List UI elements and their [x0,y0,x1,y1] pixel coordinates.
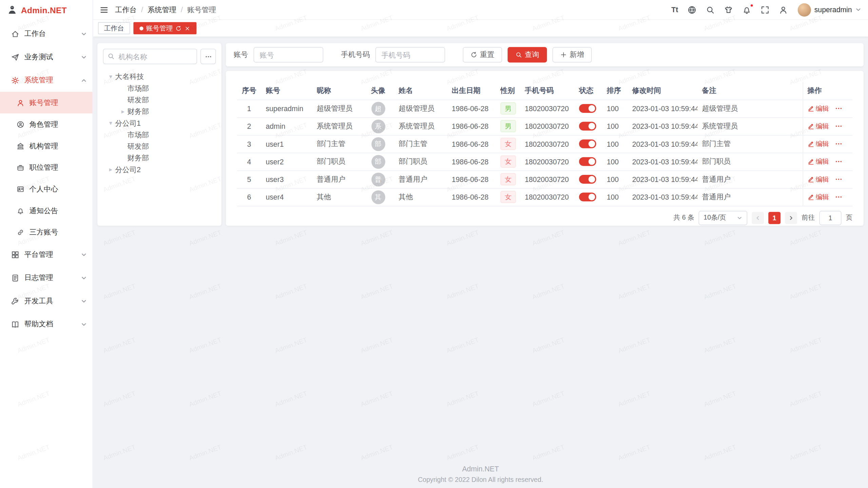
breadcrumb-item: 账号管理 [187,5,216,15]
page-size-select[interactable]: 10条/页 [698,210,747,225]
cell-account: admin [261,117,312,135]
sidebar-item-third-party-account[interactable]: 三方账号 [0,221,93,243]
font-size-icon[interactable]: Tt [671,5,678,14]
edit-button[interactable]: 编辑 [807,175,829,184]
sidebar-item-log-mgmt[interactable]: 日志管理 [0,266,93,289]
caret-right-icon[interactable]: ▸ [106,166,115,173]
user-icon[interactable] [779,5,788,14]
tool-icon [11,297,19,305]
edit-button[interactable]: 编辑 [807,192,829,202]
phone-filter-label: 手机号码 [341,50,370,60]
user-menu[interactable]: superadmin [798,3,862,16]
fullscreen-icon[interactable] [761,5,769,14]
status-toggle[interactable] [579,193,596,202]
breadcrumb-item[interactable]: 工作台 [115,5,137,15]
tab-0[interactable]: 工作台 [98,22,130,34]
notification-badge [750,4,753,7]
sidebar-item-org-mgmt[interactable]: 机构管理 [0,135,93,157]
reset-label: 重置 [480,50,494,60]
page-1-button[interactable]: 1 [768,211,781,224]
sidebar-item-business-test[interactable]: 业务测试 [0,45,93,69]
menu-label: 机构管理 [29,141,87,151]
hamburger-menu-icon[interactable] [100,5,108,14]
org-search-input[interactable] [103,49,197,64]
sidebar-item-workbench[interactable]: 工作台 [0,22,93,45]
sidebar-item-role-mgmt[interactable]: 角色管理 [0,114,93,135]
next-page-button[interactable] [785,211,797,224]
column-header: 性别 [496,82,520,100]
main-area: 工作台/系统管理/账号管理 Tt superadmin 工作台账号管理 [93,0,868,488]
tree-node[interactable]: ▾大名科技 [103,71,216,82]
cell-remark: 系统管理员 [697,117,803,135]
search-button[interactable]: 查询 [508,47,547,63]
close-icon[interactable] [184,25,191,31]
menu-label: 角色管理 [29,119,87,129]
cell-phone: 18020030720 [520,100,575,117]
sidebar-item-system-mgmt[interactable]: 系统管理 [0,68,93,92]
cell-gender: 男 [496,100,520,117]
logo[interactable]: Admin.NET [0,0,93,20]
menu-label: 日志管理 [24,273,76,283]
sidebar-item-personal-center[interactable]: 个人中心 [0,178,93,200]
sidebar-item-account-mgmt[interactable]: 账号管理 [0,92,93,114]
edit-label: 编辑 [816,139,829,149]
language-icon[interactable] [688,5,696,14]
phone-filter-input[interactable] [375,47,445,63]
tree-node[interactable]: ▾分公司1 [103,117,216,129]
status-toggle[interactable] [579,122,596,131]
more-actions-button[interactable] [834,193,842,201]
tab-1[interactable]: 账号管理 [133,22,196,34]
org-icon [17,142,24,150]
role-icon [17,120,24,128]
column-header: 出生日期 [447,82,496,100]
more-actions-button[interactable] [834,105,842,113]
refresh-icon[interactable] [176,25,182,31]
more-actions-button[interactable] [834,158,842,165]
reset-button[interactable]: 重置 [463,47,502,63]
tree-node[interactable]: 财务部 [103,152,216,164]
cell-status [575,100,603,117]
tree-node[interactable]: 市场部 [103,82,216,94]
tree-node[interactable]: 市场部 [103,129,216,140]
more-actions-button[interactable] [834,140,842,148]
caret-down-icon[interactable]: ▾ [106,73,115,80]
sidebar-item-platform-mgmt[interactable]: 平台管理 [0,243,93,266]
notification-icon[interactable] [742,5,751,14]
caret-right-icon[interactable]: ▸ [118,108,127,115]
prev-page-button[interactable] [752,211,764,224]
gender-badge: 男 [500,120,516,132]
header-icons: Tt [671,5,788,14]
more-actions-button[interactable] [834,122,842,130]
add-button[interactable]: 新增 [552,47,592,63]
goto-page-input[interactable] [819,210,841,225]
tree-node[interactable]: 研发部 [103,141,216,152]
caret-down-icon[interactable]: ▾ [106,120,115,127]
sidebar-item-position-mgmt[interactable]: 职位管理 [0,157,93,178]
tree-node[interactable]: 研发部 [103,94,216,106]
cell-remark: 部门职员 [697,153,803,170]
edit-button[interactable]: 编辑 [807,139,829,149]
org-more-button[interactable] [200,49,216,64]
status-toggle[interactable] [579,140,596,148]
tree-node[interactable]: ▸分公司2 [103,164,216,175]
edit-button[interactable]: 编辑 [807,157,829,166]
sidebar-item-help-docs[interactable]: 帮助文档 [0,312,93,336]
page-unit-label: 页 [846,213,853,223]
status-toggle[interactable] [579,175,596,184]
plus-icon [560,52,567,58]
tree-node[interactable]: ▸财务部 [103,106,216,117]
breadcrumb-item[interactable]: 系统管理 [147,5,176,15]
cell-birthdate: 1986-06-28 [447,135,496,152]
account-filter-input[interactable] [254,47,323,63]
search-icon[interactable] [706,5,715,14]
edit-button[interactable]: 编辑 [807,104,829,113]
status-toggle[interactable] [579,157,596,166]
table-row: 2admin系统管理员系系统管理员1986-06-28男180200307201… [237,117,853,135]
sidebar-item-dev-tools[interactable]: 开发工具 [0,289,93,313]
edit-button[interactable]: 编辑 [807,121,829,131]
status-toggle[interactable] [579,104,596,113]
theme-icon[interactable] [724,5,733,14]
sidebar-item-notice-announcement[interactable]: 通知公告 [0,200,93,221]
chevron-down-icon [81,321,87,327]
more-actions-button[interactable] [834,176,842,183]
